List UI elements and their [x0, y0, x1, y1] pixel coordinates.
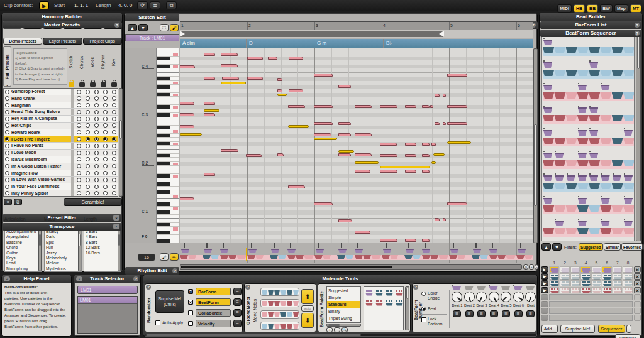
groove-strip[interactable]: [260, 288, 299, 296]
rhythm-beatform[interactable]: [271, 249, 279, 253]
preset-cell-radio[interactable]: [77, 185, 81, 189]
filter-option[interactable]: Lead: [5, 261, 42, 266]
filter-option[interactable]: 16 Bars: [84, 251, 121, 256]
barform-segment[interactable]: [566, 228, 577, 234]
beatform-icon[interactable]: [572, 281, 580, 286]
groove-down-button[interactable]: ⬇: [301, 313, 314, 328]
midi-note[interactable]: [277, 153, 284, 156]
rhythm-segment[interactable]: [497, 255, 506, 259]
track-item[interactable]: LM01: [78, 297, 137, 304]
midi-note[interactable]: [422, 239, 430, 242]
beatform-icon[interactable]: [614, 268, 623, 273]
zoom-fit-icon[interactable]: ◎: [523, 264, 528, 270]
rhythm-segment[interactable]: [296, 255, 304, 259]
preset-cell-radio[interactable]: [86, 157, 90, 161]
midi-note[interactable]: [338, 133, 351, 136]
black-key[interactable]: [157, 223, 170, 226]
timeline-ruler[interactable]: 123456: [180, 22, 533, 30]
midi-note[interactable]: [289, 89, 303, 92]
black-key[interactable]: [157, 77, 170, 80]
beatform-icon[interactable]: [582, 268, 591, 273]
preset-cell-radio[interactable]: [103, 164, 108, 168]
rhythm-lane[interactable]: [180, 243, 533, 263]
lock-icon[interactable]: [111, 82, 117, 87]
black-key[interactable]: [157, 93, 170, 96]
preset-cell-radio[interactable]: [94, 157, 99, 161]
melody-note[interactable]: [431, 161, 436, 164]
selected-track[interactable]: LM01: [77, 286, 138, 294]
midi-note[interactable]: [435, 218, 440, 221]
beatform-icon[interactable]: [592, 275, 601, 280]
barform-segment[interactable]: [566, 115, 577, 121]
preset-radio[interactable]: [5, 185, 9, 189]
barform-segment[interactable]: [589, 70, 600, 76]
barform-segment[interactable]: [600, 228, 611, 234]
play-button[interactable]: ▶: [39, 1, 49, 9]
beat-knob[interactable]: [489, 292, 499, 302]
black-key[interactable]: [157, 142, 170, 145]
barform-segment[interactable]: [554, 115, 565, 121]
preset-cell-radio[interactable]: [112, 164, 116, 168]
preset-cell-radio[interactable]: [94, 151, 99, 155]
barform-purple[interactable]: [543, 40, 552, 45]
black-key[interactable]: [157, 174, 170, 177]
preset-cell-radio[interactable]: [103, 191, 108, 195]
midi-note[interactable]: [338, 122, 351, 125]
barform-segment[interactable]: [623, 205, 635, 212]
field-menu-button[interactable]: [233, 320, 242, 327]
filter-option[interactable]: Melancholy: [45, 256, 81, 261]
beatform-icon[interactable]: [572, 275, 580, 280]
preset-cell-radio[interactable]: [86, 191, 90, 195]
scramble-button[interactable]: Scramble!: [64, 198, 122, 206]
palette-option[interactable]: Standard: [327, 301, 360, 308]
filter-option[interactable]: Keys: [5, 256, 42, 261]
preset-cell-radio[interactable]: [94, 137, 99, 141]
sequencer-cell[interactable]: [623, 273, 633, 280]
back-icon[interactable]: ‹: [4, 276, 10, 281]
rhythm-beatform[interactable]: [355, 249, 363, 253]
sequencer-cell[interactable]: [560, 287, 570, 293]
beat-knob[interactable]: [476, 292, 487, 302]
preset-cell-radio[interactable]: [112, 110, 116, 114]
beat-radio[interactable]: [421, 307, 426, 311]
rhythm-beatform[interactable]: [316, 249, 324, 253]
midi-note[interactable]: [447, 105, 467, 108]
black-key[interactable]: [157, 202, 170, 205]
midi-note[interactable]: [430, 105, 433, 108]
midi-note[interactable]: [422, 170, 430, 173]
beatform-icon[interactable]: [582, 275, 591, 280]
groove-strip[interactable]: [260, 310, 299, 319]
barform-segment[interactable]: [623, 228, 635, 234]
preset-radio[interactable]: [5, 123, 9, 128]
sequencer-cell[interactable]: [591, 287, 601, 293]
field-checkbox[interactable]: ✕: [188, 289, 193, 294]
midi-note[interactable]: [380, 154, 397, 157]
preset-cell-radio[interactable]: [77, 137, 81, 141]
sequencer-mode-button[interactable]: Sequencer: [598, 325, 625, 333]
preset-row[interactable]: In Love With Video Games: [4, 177, 118, 183]
beatform-icon[interactable]: [603, 268, 612, 273]
preset-cell-radio[interactable]: [77, 144, 81, 148]
barform-purple[interactable]: [578, 107, 587, 113]
beat-knob[interactable]: [452, 292, 462, 302]
barform-segment[interactable]: [543, 92, 554, 99]
filter-option[interactable]: Guitar: [5, 251, 42, 256]
sequencer-cell[interactable]: [560, 280, 570, 286]
barform-purple[interactable]: [567, 175, 575, 181]
preset-cell-radio[interactable]: [112, 137, 116, 141]
field-beatform[interactable]: BeatForm: [196, 298, 231, 306]
barform-segment[interactable]: [623, 138, 635, 144]
midi-note[interactable]: [422, 143, 430, 146]
beatform-icon[interactable]: [624, 281, 633, 286]
palette-option[interactable]: Binary: [327, 308, 360, 315]
preset-cell-radio[interactable]: [112, 96, 116, 101]
surprise-me-button[interactable]: Surprise Me!: [560, 325, 595, 333]
sequencer-clear-button[interactable]: ✕: [634, 273, 641, 280]
rhythm-segment[interactable]: [323, 255, 331, 259]
barform-segment[interactable]: [554, 47, 565, 53]
palette-option[interactable]: Suggested: [327, 287, 360, 294]
palette-option[interactable]: Triplet Swing: [327, 315, 360, 322]
midi-note[interactable]: [355, 170, 370, 173]
midi-note[interactable]: [180, 197, 194, 200]
black-key[interactable]: [157, 57, 170, 60]
